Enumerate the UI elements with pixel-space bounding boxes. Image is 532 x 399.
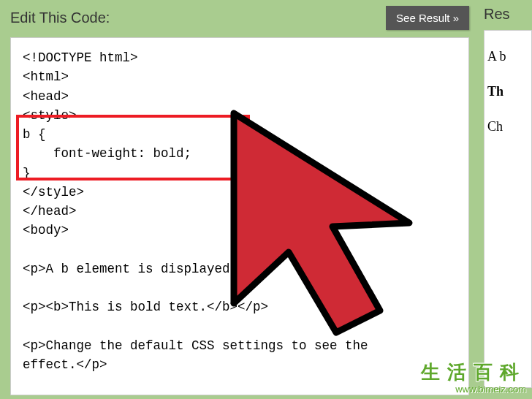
code-content: <!DOCTYPE html> <html> <head> <style> b … xyxy=(23,50,368,372)
see-result-button[interactable]: See Result » xyxy=(386,6,469,30)
edit-code-heading: Edit This Code: xyxy=(10,10,110,26)
result-line-3: Ch xyxy=(487,114,525,139)
result-preview: A b Th Ch xyxy=(484,30,532,388)
result-line-1: A b xyxy=(487,44,525,69)
code-editor[interactable]: <!DOCTYPE html> <html> <head> <style> b … xyxy=(10,37,469,395)
result-heading: Res xyxy=(484,6,510,23)
result-line-2: Th xyxy=(487,79,525,104)
